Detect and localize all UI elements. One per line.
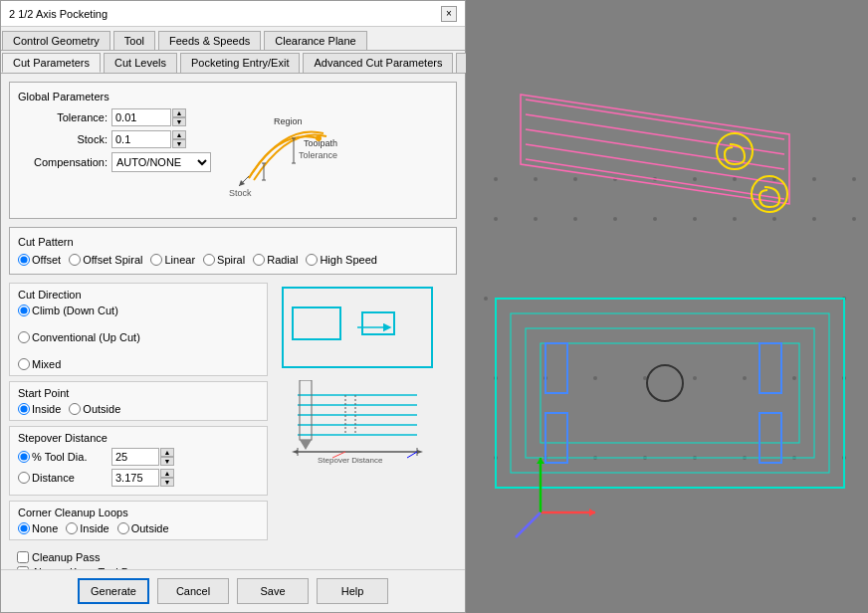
svg-point-47 <box>534 217 538 221</box>
start-point-label: Start Point <box>18 387 259 399</box>
global-parameters-label: Global Parameters <box>18 91 448 102</box>
tab-feeds-speeds[interactable]: Feeds & Speeds <box>158 31 261 50</box>
pattern-high-speed[interactable]: High Speed <box>306 254 377 266</box>
tab-cut-parameters[interactable]: Cut Parameters <box>2 53 101 73</box>
stepover-distance-input-group: ▲ ▼ <box>111 469 174 487</box>
dir-conventional[interactable]: Conventional (Up Cut) <box>18 331 255 343</box>
stepover-distance[interactable]: Distance <box>18 472 108 484</box>
content-area: Global Parameters Tolerance: ▲ ▼ Stock <box>1 74 465 569</box>
tolerance-label: Tolerance: <box>18 111 108 123</box>
stepover-percent[interactable]: % Tool Dia. <box>18 451 108 463</box>
pattern-offset-radio[interactable] <box>18 254 30 266</box>
cleanup-none[interactable]: None <box>18 522 58 534</box>
stepover-distance-down[interactable]: ▼ <box>160 478 174 487</box>
stepover-distance-input[interactable] <box>111 469 159 487</box>
cleanup-outside-radio[interactable] <box>117 522 129 534</box>
viewport-svg <box>466 0 868 613</box>
svg-point-66 <box>593 376 597 380</box>
svg-point-36 <box>494 177 498 181</box>
svg-point-41 <box>693 177 697 181</box>
stepover-distance-up[interactable]: ▲ <box>160 469 174 478</box>
stepover-diagram-container: Stepover Distance <box>278 380 437 465</box>
dir-mixed[interactable]: Mixed <box>18 358 255 370</box>
tab-advanced-cut-parameters[interactable]: Advanced Cut Parameters <box>303 53 453 73</box>
extra-checkboxes: Cleanup Pass Always Keep Tool Down <box>17 551 457 569</box>
dir-climb[interactable]: Climb (Down Cut) <box>18 305 255 316</box>
save-button[interactable]: Save <box>237 578 309 604</box>
tolerance-row: Tolerance: ▲ ▼ <box>18 108 211 126</box>
compensation-label: Compensation: <box>18 156 108 168</box>
svg-point-37 <box>534 177 538 181</box>
tab-control-geometry[interactable]: Control Geometry <box>2 31 110 50</box>
svg-point-45 <box>852 177 856 181</box>
stepover-label: Stepover Distance <box>18 432 259 444</box>
start-inside-radio[interactable] <box>18 403 30 415</box>
stepover-distance-radio[interactable] <box>18 472 30 484</box>
help-button[interactable]: Help <box>317 578 388 604</box>
pattern-offset[interactable]: Offset <box>18 254 61 266</box>
footer-buttons: Generate Cancel Save Help <box>1 569 465 612</box>
pattern-offset-spiral-radio[interactable] <box>69 254 81 266</box>
dir-climb-radio[interactable] <box>18 305 30 316</box>
cut-direction-section: Cut Direction Climb (Down Cut) Conventio… <box>9 283 268 376</box>
cut-direction-svg <box>278 283 437 372</box>
generate-button[interactable]: Generate <box>78 578 149 604</box>
svg-point-55 <box>852 217 856 221</box>
cleanup-inside-radio[interactable] <box>66 522 78 534</box>
cleanup-inside[interactable]: Inside <box>66 522 108 534</box>
pattern-linear[interactable]: Linear <box>150 254 195 266</box>
corner-cleanup-options: None Inside Outside <box>18 522 259 534</box>
close-button[interactable]: × <box>441 6 457 22</box>
tab-clearance-plane[interactable]: Clearance Plane <box>264 31 366 50</box>
svg-point-44 <box>812 177 816 181</box>
global-params-diagram: Region Toolpath Tolerance Stock <box>219 108 448 210</box>
pattern-linear-radio[interactable] <box>150 254 162 266</box>
tab-pocketing-entry-exit[interactable]: Pocketing Entry/Exit <box>180 53 300 73</box>
stock-up-btn[interactable]: ▲ <box>172 130 186 139</box>
cleanup-pass-label: Cleanup Pass <box>32 551 101 563</box>
cleanup-outside[interactable]: Outside <box>117 522 169 534</box>
tolerance-input[interactable] <box>111 108 171 126</box>
svg-point-48 <box>573 217 577 221</box>
cleanup-pass-checkbox[interactable] <box>17 551 29 563</box>
cleanup-pass-row: Cleanup Pass <box>17 551 457 563</box>
stock-input[interactable] <box>111 130 171 148</box>
stepover-percent-down[interactable]: ▼ <box>160 457 174 466</box>
cleanup-none-radio[interactable] <box>18 522 30 534</box>
svg-point-68 <box>693 376 697 380</box>
start-outside[interactable]: Outside <box>69 403 120 415</box>
compensation-select[interactable]: AUTO/NONE NONE LEFT RIGHT <box>111 152 211 172</box>
stepover-percent-up[interactable]: ▲ <box>160 448 174 457</box>
cut-direction-label: Cut Direction <box>18 289 259 301</box>
start-point-options: Inside Outside <box>18 403 259 415</box>
stock-down-btn[interactable]: ▼ <box>172 139 186 148</box>
stepover-percent-radio[interactable] <box>18 451 30 463</box>
start-outside-radio[interactable] <box>69 403 81 415</box>
stepover-percent-input[interactable] <box>111 448 159 466</box>
svg-point-49 <box>613 217 617 221</box>
pattern-offset-spiral[interactable]: Offset Spiral <box>69 254 142 266</box>
svg-text:Region: Region <box>274 116 303 126</box>
tab-cut-levels[interactable]: Cut Levels <box>104 53 177 73</box>
title-bar: 2 1/2 Axis Pocketing × <box>1 1 465 27</box>
tolerance-up-btn[interactable]: ▲ <box>172 108 186 117</box>
start-inside[interactable]: Inside <box>18 403 61 415</box>
viewport <box>466 0 868 613</box>
pattern-high-speed-radio[interactable] <box>306 254 318 266</box>
pattern-spiral[interactable]: Spiral <box>203 254 245 266</box>
svg-point-50 <box>653 217 657 221</box>
pattern-spiral-radio[interactable] <box>203 254 215 266</box>
svg-rect-15 <box>362 312 394 334</box>
svg-point-53 <box>772 217 776 221</box>
corner-cleanup-section: Corner Cleanup Loops None Inside Outside <box>9 501 268 540</box>
dir-conventional-radio[interactable] <box>18 331 30 343</box>
cut-pattern-label: Cut Pattern <box>18 236 448 248</box>
cancel-button[interactable]: Cancel <box>157 578 229 604</box>
pattern-radial-radio[interactable] <box>253 254 265 266</box>
tolerance-down-btn[interactable]: ▼ <box>172 117 186 126</box>
svg-point-42 <box>733 177 737 181</box>
svg-rect-35 <box>466 0 868 613</box>
tab-tool[interactable]: Tool <box>113 31 155 50</box>
pattern-radial[interactable]: Radial <box>253 254 298 266</box>
dir-mixed-radio[interactable] <box>18 358 30 370</box>
